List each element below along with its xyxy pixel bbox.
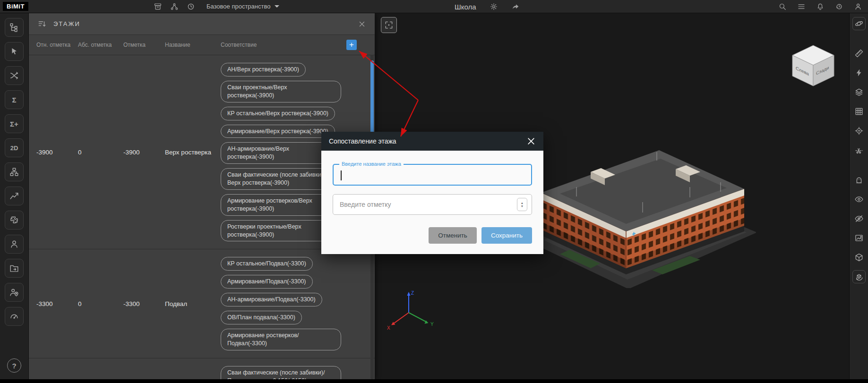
rs-measure-button[interactable]: [852, 47, 866, 60]
sidebar-item-2d[interactable]: 2D: [5, 138, 24, 157]
rs-show-button[interactable]: [852, 193, 866, 206]
project-title: Школа: [455, 3, 476, 11]
rs-hide-button[interactable]: [852, 212, 866, 225]
share-nodes-button[interactable]: [170, 2, 179, 11]
panel-close-button[interactable]: [358, 20, 366, 28]
match-chip[interactable]: Сваи фактические (после забивки)/Подвал …: [221, 366, 341, 379]
share-button[interactable]: [511, 2, 520, 11]
cube-icon: [854, 253, 864, 262]
floor-name: Верх ростверка: [165, 149, 221, 156]
gauge-icon: [9, 311, 19, 322]
sidebar-item-sum-add[interactable]: Σ+: [5, 114, 24, 133]
bimit-logo: BiMiT: [3, 2, 28, 11]
recent-button[interactable]: [187, 2, 195, 11]
close-icon: [358, 20, 366, 28]
match-chip[interactable]: ОВ/План подвала(-3300): [221, 311, 302, 324]
rs-hide-image-button[interactable]: [852, 231, 866, 245]
sidebar-item-dashboard[interactable]: [5, 307, 24, 326]
add-floor-button[interactable]: +: [346, 40, 357, 50]
rs-layers-button[interactable]: [852, 85, 866, 99]
floor-mark-input[interactable]: [333, 195, 532, 214]
clock-icon: [187, 2, 195, 11]
sidebar-item-sum[interactable]: Σ: [5, 90, 24, 109]
search-button[interactable]: [778, 2, 787, 11]
settings-button[interactable]: [490, 2, 498, 11]
model-tree-icon: [9, 22, 19, 33]
floor-abs: 0: [78, 149, 123, 156]
axis-z-label: Z: [411, 290, 414, 296]
match-chip[interactable]: Армирование/Верх ростверка(-3900): [221, 125, 335, 138]
floor-mark: -3900: [123, 149, 165, 156]
profile-button[interactable]: [854, 2, 862, 11]
axis-y-label: Y: [430, 322, 434, 327]
rs-ghost-button[interactable]: [852, 173, 866, 187]
rs-rotate-cube-button[interactable]: [852, 270, 866, 283]
modal-actions: Отменить Сохранить: [333, 227, 532, 244]
help-button[interactable]: ?: [7, 358, 21, 373]
floor-name-input[interactable]: [334, 165, 531, 185]
history-button[interactable]: [835, 2, 843, 11]
save-button[interactable]: Сохранить: [481, 227, 532, 244]
sidebar-item-structure[interactable]: [5, 162, 24, 181]
help-icon: ?: [12, 362, 16, 370]
orbit-icon: [854, 19, 864, 28]
match-chip[interactable]: КР остальное/Подвал(-3300): [221, 257, 313, 271]
floor-mark: -3300: [123, 300, 165, 307]
column-abs: Абс. отметка: [78, 42, 123, 48]
list-button[interactable]: [797, 2, 806, 11]
sort-button[interactable]: [37, 19, 47, 29]
cut-plane-icon: [854, 145, 864, 155]
floor-rel: -3900: [36, 149, 78, 156]
topbar-right: [778, 0, 862, 13]
rs-grid-button[interactable]: [852, 105, 866, 118]
user-pin-icon: [9, 287, 19, 298]
match-chips: КР остальное/Подвал(-3300) Армирование/П…: [221, 257, 346, 350]
sidebar-item-users[interactable]: [5, 235, 24, 254]
sidebar-item-chart[interactable]: [5, 187, 24, 205]
grid-icon: [854, 107, 864, 116]
floor-name-label: Введите название этажа: [339, 161, 404, 167]
match-chip[interactable]: Армирование/Подвал(-3300): [221, 275, 313, 289]
sidebar-item-plugins[interactable]: [5, 211, 24, 230]
floor-row-podval[interactable]: -3300 0 -3300 Подвал КР остальное/Подвал…: [29, 249, 375, 357]
sigma-icon: Σ: [12, 96, 16, 104]
match-chip[interactable]: АН-армирование/Подвал(-3300): [221, 293, 322, 306]
notifications-button[interactable]: [816, 2, 825, 11]
stepper-down-icon[interactable]: ▾: [521, 204, 523, 208]
topbar: BiMiT Базовое пространство Школа: [0, 0, 868, 13]
archive-button[interactable]: [154, 2, 162, 11]
rs-orbit-button[interactable]: [852, 17, 866, 30]
focus-model-button[interactable]: [381, 17, 397, 33]
sidebar-item-select[interactable]: [5, 42, 24, 61]
sidebar-item-model-tree[interactable]: [5, 18, 24, 37]
floor-mapping-modal: Сопоставление этажа Введите название эта…: [321, 132, 543, 254]
match-chip[interactable]: КР остальное/Верх ростверка(-3900): [221, 107, 335, 120]
match-chip[interactable]: Армирование ростверков/Подвал(-3300): [221, 329, 341, 350]
topbar-tools: [154, 2, 195, 11]
sidebar-item-relations[interactable]: [5, 66, 24, 85]
match-chip[interactable]: АН/Верх ростверка(-3900): [221, 63, 306, 77]
sidebar-item-shared-folder[interactable]: [5, 259, 24, 278]
rs-box-button[interactable]: [852, 251, 866, 264]
modal-title: Сопоставление этажа: [329, 137, 526, 145]
view-cube[interactable]: Слева Сзади: [790, 43, 837, 87]
rs-cut-plane-button[interactable]: [852, 144, 866, 157]
panel-title: ЭТАЖИ: [53, 20, 358, 27]
axis-x-label: X: [387, 325, 390, 331]
workspace-dropdown[interactable]: Базовое пространство: [206, 3, 280, 10]
cancel-button[interactable]: Отменить: [429, 227, 477, 244]
sidebar-item-user-location[interactable]: [5, 283, 24, 302]
user-icon: [854, 2, 862, 11]
line-chart-icon: [9, 191, 19, 201]
match-chip[interactable]: Сваи проектные/Верх ростверка(-3900): [221, 81, 341, 102]
floor-abs: 0: [78, 300, 123, 307]
2d-icon: 2D: [10, 145, 18, 152]
floor-name: Подвал: [165, 300, 221, 307]
share-arrow-icon: [511, 2, 520, 11]
number-stepper[interactable]: ▴ ▾: [517, 198, 527, 211]
floor-row-podval-2150[interactable]: -2150 0 -2150 Подвал на отм. -2,150 Сваи…: [29, 358, 375, 379]
rs-issues-button[interactable]: [852, 66, 866, 79]
modal-close-button[interactable]: [526, 136, 536, 146]
rs-target-button[interactable]: [852, 124, 866, 137]
left-sidebar: Σ Σ+ 2D ?: [0, 13, 29, 379]
